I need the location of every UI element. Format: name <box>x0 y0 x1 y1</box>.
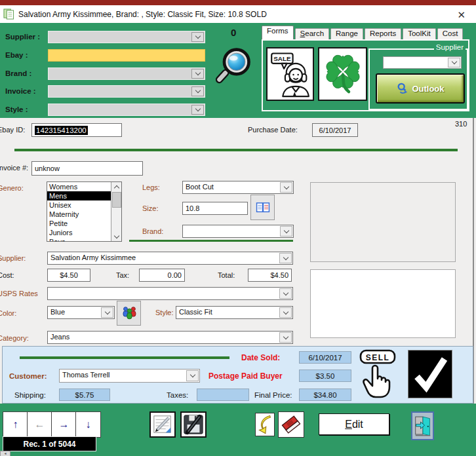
color-select[interactable]: Blue <box>47 306 115 319</box>
usps-rates-select[interactable] <box>47 287 293 300</box>
scroll-down-icon[interactable] <box>111 232 121 241</box>
tab-reports[interactable]: Reports <box>365 28 401 39</box>
list-item[interactable]: Boys <box>47 237 111 242</box>
final-price-label: Final Price: <box>254 391 292 399</box>
shipping-field[interactable]: $5.75 <box>59 389 110 401</box>
color-label: Color: <box>0 309 16 317</box>
purchase-date-input[interactable]: 6/10/2017 <box>312 123 358 137</box>
undo-button[interactable] <box>255 413 275 436</box>
style-select[interactable]: Classic Fit <box>176 306 293 319</box>
customer-select[interactable]: Thomas Terrell <box>59 369 200 383</box>
ebay-id-value: 142315413200 <box>35 126 88 135</box>
search-magnifier-icon[interactable] <box>214 46 254 88</box>
cost-input[interactable]: $4.50 <box>47 269 90 282</box>
nav-last-button[interactable]: ↓ <box>75 411 101 438</box>
titlebar: Salvation Army Kissimmee, Brand: , Style… <box>0 5 476 24</box>
taxes-field[interactable] <box>197 389 249 401</box>
genero-listbox[interactable]: Womens Mens Unisex Maternity Petite Juni… <box>47 181 122 242</box>
total-input[interactable]: $4.50 <box>248 269 292 282</box>
save-record-button[interactable] <box>180 411 207 438</box>
size-lookup-button[interactable] <box>250 195 275 220</box>
list-item-selected[interactable]: Mens <box>47 191 111 200</box>
list-item[interactable]: Womens <box>47 182 111 191</box>
scroll-up-icon[interactable] <box>111 182 121 191</box>
qs-ebay-input[interactable] <box>48 49 205 62</box>
final-price-field[interactable]: $34.80 <box>299 389 351 401</box>
dropdown-arrow-icon <box>448 58 460 67</box>
qs-brand-select[interactable] <box>48 67 205 80</box>
sold-check-icon[interactable] <box>408 350 452 398</box>
qs-supplier-select[interactable] <box>48 31 205 43</box>
legs-label: Legs: <box>142 183 160 191</box>
tab-search[interactable]: Search <box>295 28 329 39</box>
ebay-id-input[interactable]: 142315413200 <box>31 123 122 137</box>
list-item[interactable]: Maternity <box>47 210 111 219</box>
purchase-date-label: Purchase Date: <box>248 126 298 134</box>
postage-paid-field[interactable]: $3.50 <box>299 370 351 382</box>
forms-tab-panel: SALE Supplier <box>262 39 469 111</box>
size-label: Size: <box>142 204 158 212</box>
dropdown-arrow-icon <box>279 288 292 299</box>
document-icon <box>3 9 14 20</box>
tab-forms[interactable]: Forms <box>262 26 294 39</box>
genero-label: Genero: <box>0 184 24 192</box>
date-sold-field[interactable]: 6/10/2017 <box>299 351 351 364</box>
cost-label: Cost: <box>0 271 14 279</box>
scroll-thumb[interactable] <box>112 192 121 208</box>
tab-toolkit[interactable]: ToolKit <box>403 28 436 39</box>
supplier-select[interactable]: Salvation Army Kissimmee <box>47 252 293 265</box>
tab-cost[interactable]: Cost <box>437 28 464 39</box>
record-number: 310 <box>455 120 467 128</box>
tab-range[interactable]: Range <box>330 28 363 39</box>
subpanel-supplier-select[interactable] <box>383 56 462 69</box>
list-item[interactable]: Unisex <box>47 200 111 210</box>
list-item[interactable]: Petite <box>47 219 111 228</box>
qs-supplier-label: Supplier : <box>5 33 40 41</box>
tax-input[interactable]: 0.00 <box>139 269 185 282</box>
sell-text: SELL <box>366 353 390 362</box>
invoice-input[interactable]: unknow <box>31 161 143 176</box>
divider-line <box>20 356 229 359</box>
qs-style-label: Style : <box>5 105 28 113</box>
subpanel-supplier-label: Supplier <box>434 43 466 51</box>
nav-previous-button[interactable]: ← <box>27 411 52 438</box>
undo-arrow-icon <box>256 414 273 435</box>
sell-hand-icon[interactable]: SELL <box>359 349 401 402</box>
people-colors-icon <box>121 306 137 320</box>
divider-line <box>129 240 293 242</box>
style-label: Style: <box>155 309 174 316</box>
close-icon[interactable]: ✕ <box>453 8 469 22</box>
new-record-button[interactable] <box>149 411 176 438</box>
qs-style-select[interactable] <box>48 104 205 116</box>
ebay-id-label: Ebay ID: <box>0 126 25 134</box>
outlook-magnifier-icon <box>396 83 409 94</box>
genero-scrollbar[interactable] <box>111 182 121 241</box>
color-picker-button[interactable] <box>117 301 141 326</box>
brand-select[interactable] <box>182 225 294 238</box>
qs-invoice-label: Invoice : <box>5 87 36 95</box>
tax-label: Tax: <box>116 271 129 279</box>
delete-button[interactable] <box>278 411 304 438</box>
nav-first-button[interactable]: ↑ <box>3 411 28 438</box>
sale-bubble-text: SALE <box>273 55 291 62</box>
exit-button[interactable] <box>411 411 434 440</box>
qs-ebay-label: Ebay : <box>5 51 28 59</box>
category-label: Category: <box>0 334 29 342</box>
app-window: Salvation Army Kissimmee, Brand: , Style… <box>0 0 476 456</box>
size-input[interactable]: 10.8 <box>182 202 248 215</box>
edit-button[interactable]: Edit <box>319 413 389 435</box>
floppy-pencil-icon <box>183 414 204 435</box>
eraser-icon <box>281 414 302 435</box>
invoice-label: Invoice #: <box>0 164 28 172</box>
list-item[interactable]: Juniors <box>47 228 111 237</box>
dropdown-arrow-icon <box>191 105 204 115</box>
photo-frame-top <box>310 182 456 262</box>
qs-invoice-select[interactable] <box>48 85 205 98</box>
category-select[interactable]: Jeans <box>47 331 293 344</box>
dropdown-arrow-icon <box>280 182 292 193</box>
outlook-button[interactable]: Outlook <box>376 73 465 104</box>
nav-next-button[interactable]: → <box>51 411 77 438</box>
scrollbar-fragment[interactable]: ◂ <box>0 451 10 456</box>
dropdown-arrow-icon <box>186 370 199 381</box>
legs-select[interactable]: Boot Cut <box>182 181 294 194</box>
